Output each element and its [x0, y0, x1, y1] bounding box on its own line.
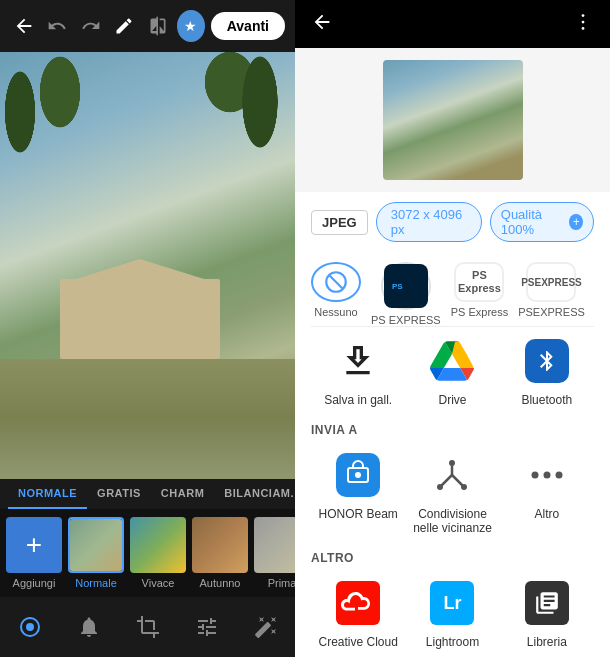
filter-item-add[interactable]: + Aggiungi	[6, 517, 62, 589]
svg-point-13	[461, 484, 467, 490]
altro-row: Creative Cloud Lr Lightroom Libreria	[295, 569, 610, 657]
share-item-honor[interactable]: HONOR Beam	[311, 449, 405, 535]
svg-point-12	[437, 484, 443, 490]
ps-express-3-label: PSEXPRESS	[518, 306, 585, 318]
honor-icon-wrap	[332, 449, 384, 501]
quality-plus-icon: +	[569, 214, 583, 230]
filter-tab-normale[interactable]: NORMALE	[8, 479, 87, 509]
preview-image	[383, 60, 523, 180]
app-ps-express-2[interactable]: PSExpress PS Express	[451, 262, 508, 318]
filter-item-normale[interactable]: Normale	[68, 517, 124, 589]
share-item-altro[interactable]: Altro	[500, 449, 594, 535]
photo-image	[0, 52, 295, 479]
normale-filter-label: Normale	[75, 577, 117, 589]
bottom-toolbar	[0, 597, 295, 657]
vivace-filter-thumb	[130, 517, 186, 573]
top-toolbar: ★ Avanti	[0, 0, 295, 52]
libreria-icon-wrap	[521, 577, 573, 629]
drive-icon-wrap	[426, 335, 478, 387]
libreria-label: Libreria	[527, 635, 567, 649]
lr-label: Lightroom	[426, 635, 479, 649]
ps-express-2-label: PS Express	[451, 306, 508, 318]
svg-point-9	[355, 472, 361, 478]
bluetooth-label: Bluetooth	[521, 393, 572, 407]
compare-icon[interactable]	[144, 10, 171, 42]
svg-point-3	[582, 20, 585, 23]
star-icon[interactable]: ★	[177, 10, 204, 42]
share-item-bluetooth[interactable]: Bluetooth	[500, 335, 594, 407]
left-panel: ★ Avanti NORMALE GRATIS CHARM BILANCIAM.…	[0, 0, 295, 657]
cc-icon-wrap	[332, 577, 384, 629]
avanti-button[interactable]: Avanti	[211, 12, 285, 40]
size-badge[interactable]: 3072 x 4096 px	[376, 202, 482, 242]
back-icon[interactable]	[10, 10, 37, 42]
nessuno-icon	[311, 262, 361, 302]
autunno-filter-thumb	[192, 517, 248, 573]
svg-point-18	[555, 472, 562, 479]
adjust-icon[interactable]	[69, 607, 109, 647]
ps-express-1-label: PS EXPRESS	[371, 314, 441, 326]
cc-label: Creative Cloud	[318, 635, 397, 649]
filter-tab-bilanciamento[interactable]: BILANCIAM. BIANCO	[214, 479, 295, 509]
ps-express-3-icon: PSEXPRESS	[526, 262, 576, 302]
filter-tab-charm[interactable]: CHARM	[151, 479, 214, 509]
share-item-drive[interactable]: Drive	[405, 335, 499, 407]
filter-tab-gratis[interactable]: GRATIS	[87, 479, 151, 509]
invia-a-row: HONOR Beam Condivisione nelle vicinanze	[295, 441, 610, 543]
format-row: JPEG 3072 x 4096 px Qualità 100% +	[295, 192, 610, 252]
bluetooth-icon-wrap	[521, 335, 573, 387]
prima-filter-thumb	[254, 517, 295, 573]
right-header	[295, 0, 610, 48]
right-back-icon[interactable]	[311, 11, 333, 38]
svg-point-1	[26, 623, 34, 631]
altro-section-title: ALTRO	[295, 543, 610, 569]
honor-label: HONOR Beam	[318, 507, 397, 521]
autunno-filter-label: Autunno	[200, 577, 241, 589]
filter-strip: + Aggiungi Normale Vivace Autunno Prim	[0, 509, 295, 597]
nessuno-label: Nessuno	[314, 306, 357, 318]
prima-filter-label: Prima	[268, 577, 295, 589]
salva-label: Salva in gall.	[324, 393, 392, 407]
edit-icon[interactable]	[110, 10, 137, 42]
circle-icon[interactable]	[10, 607, 50, 647]
photo-area	[0, 52, 295, 479]
filter-item-prima[interactable]: Prima	[254, 517, 295, 589]
ps-apps-row: Nessuno PS PS EXPRESS PSExpress PS Expre…	[295, 252, 610, 326]
app-ps-express-3[interactable]: PSEXPRESS PSEXPRESS	[518, 262, 585, 318]
app-nessuno[interactable]: Nessuno	[311, 262, 361, 318]
undo-icon[interactable]	[43, 10, 70, 42]
more-options-icon[interactable]	[572, 11, 594, 38]
crop-icon[interactable]	[128, 607, 168, 647]
share-item-salva[interactable]: Salva in gall.	[311, 335, 405, 407]
magic-icon[interactable]	[246, 607, 286, 647]
ps-express-2-icon: PSExpress	[454, 262, 504, 302]
svg-line-6	[330, 276, 343, 289]
normale-filter-thumb	[68, 517, 124, 573]
quality-badge[interactable]: Qualità 100% +	[490, 202, 594, 242]
filter-tabs: NORMALE GRATIS CHARM BILANCIAM. BIANCO	[0, 479, 295, 509]
vivace-filter-label: Vivace	[142, 577, 175, 589]
svg-point-2	[582, 14, 585, 17]
share-item-cc[interactable]: Creative Cloud	[311, 577, 405, 649]
nearby-icon-wrap	[426, 449, 478, 501]
format-badge[interactable]: JPEG	[311, 210, 368, 235]
nearby-label: Condivisione nelle vicinanze	[405, 507, 499, 535]
add-filter-label: Aggiungi	[13, 577, 56, 589]
share-item-lightroom[interactable]: Lr Lightroom	[405, 577, 499, 649]
drive-label: Drive	[438, 393, 466, 407]
filter-item-autunno[interactable]: Autunno	[192, 517, 248, 589]
invia-a-title: INVIA A	[295, 415, 610, 441]
share-row-top: Salva in gall. Drive	[295, 327, 610, 415]
ps-express-1-icon: PS	[381, 262, 431, 310]
filter-item-vivace[interactable]: Vivace	[130, 517, 186, 589]
app-ps-express-1[interactable]: PS PS EXPRESS	[371, 262, 441, 318]
right-panel: JPEG 3072 x 4096 px Qualità 100% + Nessu…	[295, 0, 610, 657]
svg-point-16	[531, 472, 538, 479]
lr-icon-wrap: Lr	[426, 577, 478, 629]
sliders-icon[interactable]	[187, 607, 227, 647]
share-item-libreria[interactable]: Libreria	[500, 577, 594, 649]
share-item-nearby[interactable]: Condivisione nelle vicinanze	[405, 449, 499, 535]
redo-icon[interactable]	[77, 10, 104, 42]
altro-icon-wrap	[521, 449, 573, 501]
salva-icon-wrap	[332, 335, 384, 387]
